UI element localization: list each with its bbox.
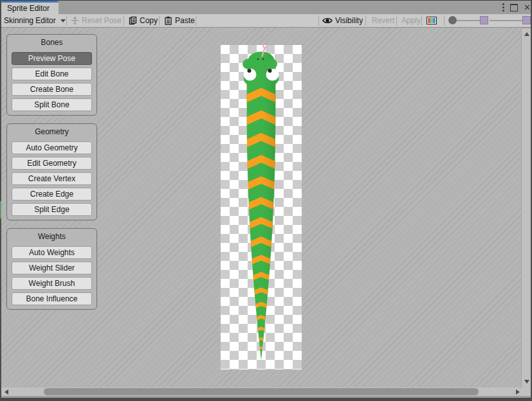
eye-icon xyxy=(322,17,333,24)
tab-sprite-editor[interactable]: Sprite Editor xyxy=(1,1,59,14)
panel-button-split-edge[interactable]: Split Edge xyxy=(12,203,92,216)
visibility-label: Visibility xyxy=(335,16,363,25)
panel-button-create-bone[interactable]: Create Bone xyxy=(12,83,92,96)
sprite-canvas[interactable] xyxy=(221,45,302,370)
vertical-scrollbar[interactable] xyxy=(521,28,531,388)
paste-label: Paste xyxy=(175,16,195,25)
skinning-editor-dropdown[interactable]: Skinning Editor xyxy=(4,14,66,27)
alpha-slider-track[interactable] xyxy=(490,20,524,21)
panel-button-auto-weights[interactable]: Auto Weights xyxy=(12,246,92,259)
tool-panels: BonesPreview PoseEdit BoneCreate BoneSpl… xyxy=(6,34,97,310)
tool-panel-geometry: GeometryAuto GeometryEdit GeometryCreate… xyxy=(6,123,97,220)
paste-button[interactable]: Paste xyxy=(164,14,195,27)
alpha-slider-track[interactable] xyxy=(457,20,481,21)
swatch-blue xyxy=(433,18,436,23)
panel-button-edit-bone[interactable]: Edit Bone xyxy=(12,67,92,80)
scrollbar-thumb[interactable] xyxy=(44,388,479,395)
panel-button-split-bone[interactable]: Split Bone xyxy=(12,98,92,111)
toolbar-separator xyxy=(421,15,422,26)
reset-pose-icon xyxy=(71,16,79,25)
apply-label: Apply xyxy=(401,16,421,25)
window-titlebar xyxy=(1,1,531,14)
panel-title: Bones xyxy=(12,38,92,48)
panel-button-preview-pose[interactable]: Preview Pose xyxy=(12,52,92,65)
skinning-editor-label: Skinning Editor xyxy=(4,16,56,25)
window-edge-artifact xyxy=(0,201,1,218)
panel-button-auto-geometry[interactable]: Auto Geometry xyxy=(12,141,92,154)
panel-title: Weights xyxy=(12,232,92,242)
toolbar-separator xyxy=(124,15,124,26)
scroll-right-arrow[interactable] xyxy=(516,389,520,395)
copy-label: Copy xyxy=(140,16,158,25)
panel-button-bone-influence[interactable]: Bone Influence xyxy=(12,292,92,305)
chevron-down-icon xyxy=(60,19,66,22)
toolbar: Skinning Editor Reset Pose Copy Paste xyxy=(1,14,531,28)
visibility-button[interactable]: Visibility xyxy=(322,14,363,27)
panel-button-edit-geometry[interactable]: Edit Geometry xyxy=(12,157,92,170)
apply-button[interactable]: Apply xyxy=(401,14,421,27)
reset-pose-label: Reset Pose xyxy=(82,16,122,25)
toolbar-separator xyxy=(318,15,319,26)
panel-button-weight-brush[interactable]: Weight Brush xyxy=(12,277,92,290)
toolbar-separator xyxy=(444,15,445,26)
sprite-thumb-icon xyxy=(480,16,488,24)
scroll-up-arrow[interactable] xyxy=(524,32,529,36)
close-icon[interactable]: ✕ xyxy=(524,3,531,12)
tool-panel-weights: WeightsAuto WeightsWeight SliderWeight B… xyxy=(6,228,97,310)
horizontal-scrollbar[interactable] xyxy=(1,388,521,396)
snake-sprite xyxy=(221,45,302,370)
toolbar-separator xyxy=(396,15,397,26)
scrollbar-corner xyxy=(521,388,531,396)
sprite-editor-viewport: BonesPreview PoseEdit BoneCreate BoneSpl… xyxy=(1,28,521,388)
window-controls: ✕ xyxy=(502,1,532,14)
revert-label: Revert xyxy=(372,16,394,25)
toolbar-separator xyxy=(365,15,366,26)
toolbar-separator xyxy=(159,15,160,26)
toolbar-separator xyxy=(66,15,67,26)
revert-button[interactable]: Revert xyxy=(372,14,394,27)
maximize-icon[interactable] xyxy=(510,4,518,12)
window-border-left xyxy=(0,0,1,401)
scroll-down-arrow[interactable] xyxy=(524,380,529,384)
toolbar-separator xyxy=(196,15,196,26)
paste-icon xyxy=(164,16,172,25)
panel-button-weight-slider[interactable]: Weight Slider xyxy=(12,262,92,274)
color-swatch-button[interactable] xyxy=(427,17,437,24)
window-border-bottom-dark xyxy=(0,398,532,401)
copy-button[interactable]: Copy xyxy=(129,14,158,27)
window-border-top xyxy=(0,0,532,1)
alpha-slider-knob[interactable] xyxy=(448,16,457,24)
panel-button-create-vertex[interactable]: Create Vertex xyxy=(12,172,92,185)
scroll-left-arrow[interactable] xyxy=(5,389,8,395)
copy-icon xyxy=(129,16,137,25)
tool-panel-bones: BonesPreview PoseEdit BoneCreate BoneSpl… xyxy=(6,34,97,116)
panel-button-create-edge[interactable]: Create Edge xyxy=(12,188,92,201)
kebab-menu-icon[interactable] xyxy=(502,3,504,12)
reset-pose-button[interactable]: Reset Pose xyxy=(71,14,122,27)
sprite-thumb-icon xyxy=(522,16,531,24)
panel-title: Geometry xyxy=(12,127,92,137)
